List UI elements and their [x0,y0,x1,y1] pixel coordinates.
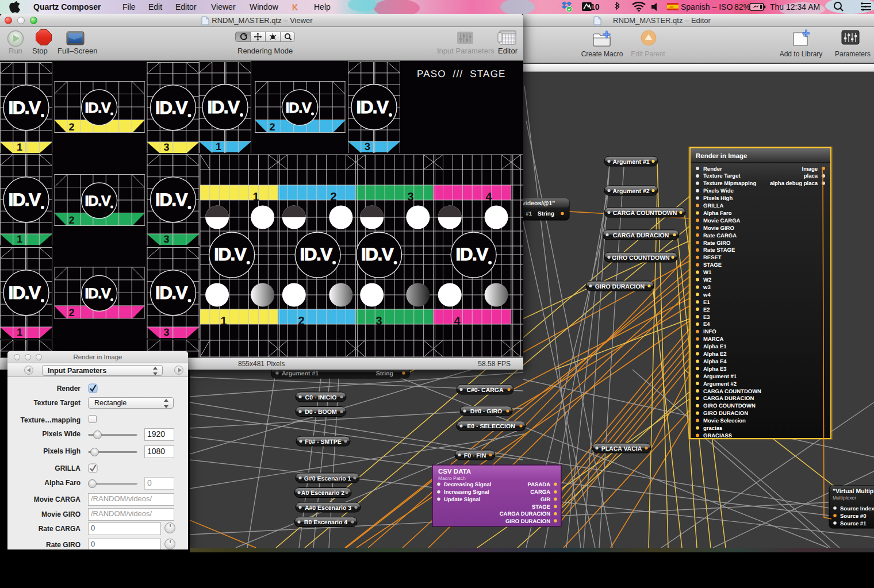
svg-text:CARGA DURACION: CARGA DURACION [500,511,550,517]
svg-text:PLACA VACIA: PLACA VACIA [601,445,642,452]
svg-text:Argument #1: Argument #1 [612,159,649,166]
svg-text:E2: E2 [703,307,710,313]
svg-text:Alpha E1: Alpha E1 [703,344,727,350]
svg-text:C#0- CARGA: C#0- CARGA [466,387,504,394]
svg-text:PASADA: PASADA [528,482,551,488]
svg-text:4: 4 [454,315,461,328]
svg-text:Texture Mipmapping: Texture Mipmapping [703,180,756,187]
svg-text:LGO: LGO [669,6,673,9]
svg-text:1: 1 [216,141,221,152]
svg-text:Argument #1: Argument #1 [703,374,737,380]
svg-text:Render in Image: Render in Image [696,153,747,160]
svg-text:1: 1 [252,191,259,203]
svg-text:CARGA: CARGA [530,489,550,495]
svg-text:2: 2 [269,121,275,133]
svg-text:2: 2 [69,307,75,318]
svg-text:Argument #1: Argument #1 [282,370,319,377]
svg-text:GIR: GIR [540,497,550,503]
svg-text:RESET: RESET [703,255,722,261]
svg-text:2: 2 [69,214,75,226]
svg-text:Alpha E2: Alpha E2 [703,351,727,358]
svg-text:Rate GIRO: Rate GIRO [703,240,731,247]
svg-text:3: 3 [163,141,169,153]
svg-text:1: 1 [17,141,22,153]
svg-text:3: 3 [163,233,169,245]
svg-text:Pixels Wide: Pixels Wide [703,188,734,194]
svg-text:ID.V: ID.V [300,244,333,264]
svg-text:Argument #2: Argument #2 [612,188,649,195]
svg-text:D0 - BOOM: D0 - BOOM [305,409,337,416]
svg-text:3: 3 [365,141,370,152]
svg-text:Rate CARGA: Rate CARGA [703,233,737,239]
svg-text:Movie Seleccion: Movie Seleccion [703,418,746,424]
svg-text:INFO: INFO [703,329,716,335]
svg-text:Movie CARGA: Movie CARGA [703,218,741,224]
svg-text:videos/@1": videos/@1" [522,200,555,207]
svg-text:"Virtual Multipl: "Virtual Multipl [833,488,874,495]
svg-text:ID.V: ID.V [456,244,489,264]
svg-text:Increasing Signal: Increasing Signal [444,489,489,495]
svg-text:Macro Patch: Macro Patch [438,475,466,481]
svg-text:Decreasing Signal: Decreasing Signal [444,482,491,488]
svg-text:B0 Escenario 4: B0 Escenario 4 [304,519,347,526]
svg-text:Source #1: Source #1 [840,521,867,527]
svg-text:w3: w3 [703,285,711,291]
svg-text:3: 3 [375,315,382,328]
svg-text:ID.V: ID.V [361,244,394,264]
svg-text:D#0 - GIRO: D#0 - GIRO [470,408,502,415]
svg-text:Alpha E4: Alpha E4 [703,359,727,365]
svg-text:alpha debug placa: alpha debug placa [770,180,818,187]
svg-text:GRILLA: GRILLA [703,203,723,209]
svg-text:C0 - INICIO: C0 - INICIO [305,394,337,401]
svg-text:E4: E4 [703,321,710,328]
svg-text:W2: W2 [703,277,711,283]
svg-text:A0 Escenario 2: A0 Escenario 2 [301,490,344,497]
svg-text:1: 1 [17,326,22,338]
svg-text:GIRO COUNTDOWN: GIRO COUNTDOWN [612,255,669,262]
svg-text:Multiplexer: Multiplexer [833,495,856,501]
svg-text:Update Signal: Update Signal [444,497,480,503]
svg-text:MARCA: MARCA [703,336,723,343]
svg-text:gracias: gracias [703,425,722,432]
svg-text:2: 2 [69,121,75,133]
svg-text:GRACIASS: GRACIASS [703,433,732,439]
svg-text:E0 - SELECCION: E0 - SELECCION [467,423,515,430]
svg-text:3: 3 [163,326,169,338]
svg-text:GIRO DURACION: GIRO DURACION [703,410,748,417]
svg-text:F0# - SMTPE: F0# - SMTPE [305,439,342,445]
svg-text:E1: E1 [703,299,710,306]
svg-text:2: 2 [298,315,304,328]
svg-text:CARGA DURACION: CARGA DURACION [613,232,669,239]
svg-text:1: 1 [220,315,227,328]
svg-text:2: 2 [330,191,336,203]
svg-text:3: 3 [407,191,413,203]
svg-text:GIRO COUNTDOWN: GIRO COUNTDOWN [703,403,756,409]
svg-text:STAGE: STAGE [532,504,550,510]
svg-text:GIRO DURACION: GIRO DURACION [595,283,645,290]
svg-text:String: String [376,370,393,377]
svg-text:w4: w4 [703,292,711,298]
svg-text:CARGA DURACION: CARGA DURACION [703,395,754,402]
svg-text:CARGA COUNTDOWN: CARGA COUNTDOWN [613,210,677,217]
svg-text:placa: placa [804,173,818,179]
svg-text:Render: Render [703,166,722,172]
svg-text:Alpha E3: Alpha E3 [703,366,727,372]
svg-text:Source #0: Source #0 [840,513,866,520]
svg-text:STAGE: STAGE [703,262,722,268]
svg-text:F0 - FIN: F0 - FIN [464,452,486,459]
svg-text:GIRO DURACION: GIRO DURACION [505,518,550,525]
svg-text:Texture Target: Texture Target [703,173,741,179]
svg-text:CARGA COUNTDOWN: CARGA COUNTDOWN [703,389,761,395]
svg-text:Pixels High: Pixels High [703,195,733,202]
svg-text:E3: E3 [703,314,710,321]
svg-text:Alpha Faro: Alpha Faro [703,210,732,217]
svg-text:Argument #2: Argument #2 [703,381,737,387]
svg-text:Source Index: Source Index [840,506,874,512]
svg-text:#1: #1 [526,211,532,217]
svg-text:Rate STAGE: Rate STAGE [703,247,735,253]
svg-text:String: String [538,211,554,217]
svg-text:W1: W1 [703,270,712,276]
svg-text:1: 1 [17,233,22,245]
svg-text:CSV DATA: CSV DATA [438,468,471,475]
svg-text:PASO /// STAGE: PASO /// STAGE [417,68,506,79]
